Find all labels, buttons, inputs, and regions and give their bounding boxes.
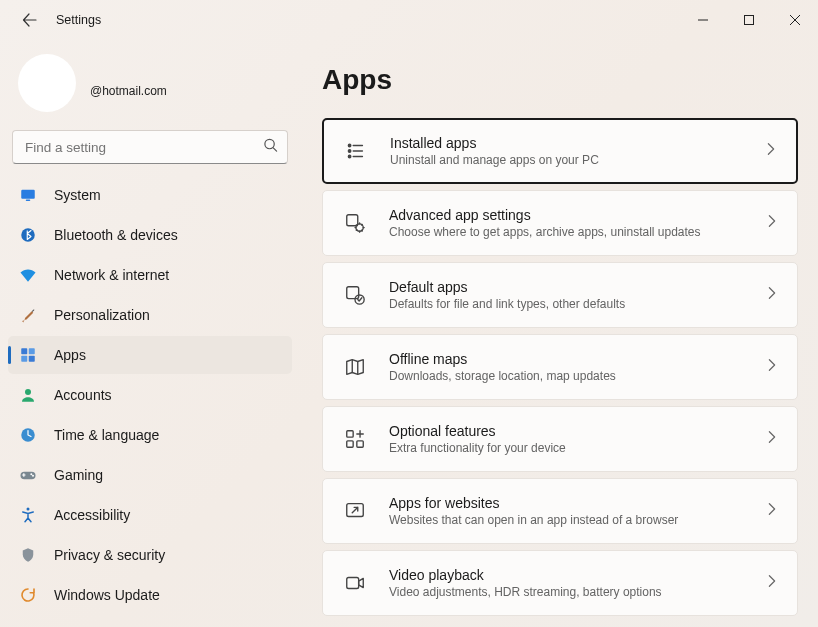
sidebar-item-system[interactable]: System (8, 176, 292, 214)
apps-icon (18, 345, 38, 365)
accessibility-icon (18, 505, 38, 525)
card-installed-apps[interactable]: Installed appsUninstall and manage apps … (322, 118, 798, 184)
card-advanced-app-settings[interactable]: Advanced app settingsChoose where to get… (322, 190, 798, 256)
card-subtitle: Defaults for file and link types, other … (389, 297, 765, 311)
update-icon (18, 585, 38, 605)
svg-point-15 (348, 144, 350, 146)
sidebar-item-label: Network & internet (54, 267, 169, 283)
card-title: Offline maps (389, 351, 765, 367)
wifi-icon (18, 265, 38, 285)
card-title: Apps for websites (389, 495, 765, 511)
card-title: Advanced app settings (389, 207, 765, 223)
svg-point-13 (32, 475, 34, 477)
card-title: Video playback (389, 567, 765, 583)
profile-email: @hotmail.com (90, 84, 167, 98)
chevron-right-icon (765, 502, 779, 520)
chevron-right-icon (765, 430, 779, 448)
svg-point-17 (348, 155, 350, 157)
card-subtitle: Extra functionality for your device (389, 441, 765, 455)
bluetooth-icon (18, 225, 38, 245)
back-button[interactable] (12, 2, 48, 38)
map-icon (343, 355, 367, 379)
card-optional-features[interactable]: Optional featuresExtra functionality for… (322, 406, 798, 472)
sidebar-item-apps[interactable]: Apps (8, 336, 292, 374)
close-icon (790, 15, 800, 25)
card-title: Installed apps (390, 135, 764, 151)
card-subtitle: Websites that can open in an app instead… (389, 513, 765, 527)
window-controls (680, 4, 818, 36)
maximize-icon (744, 15, 754, 25)
card-subtitle: Choose where to get apps, archive apps, … (389, 225, 765, 239)
card-video-playback[interactable]: Video playbackVideo adjustments, HDR str… (322, 550, 798, 616)
sidebar-item-label: System (54, 187, 101, 203)
sidebar-item-accessibility[interactable]: Accessibility (8, 496, 292, 534)
card-default-apps[interactable]: Default appsDefaults for file and link t… (322, 262, 798, 328)
search-input[interactable] (12, 130, 288, 164)
sidebar-item-time-language[interactable]: Time & language (8, 416, 292, 454)
sidebar-item-label: Privacy & security (54, 547, 165, 563)
sidebar-item-label: Apps (54, 347, 86, 363)
card-subtitle: Video adjustments, HDR streaming, batter… (389, 585, 765, 599)
sidebar-item-label: Bluetooth & devices (54, 227, 178, 243)
sidebar-item-network-internet[interactable]: Network & internet (8, 256, 292, 294)
card-offline-maps[interactable]: Offline mapsDownloads, storage location,… (322, 334, 798, 400)
profile-name (90, 68, 167, 84)
card-subtitle: Downloads, storage location, map updates (389, 369, 765, 383)
card-subtitle: Uninstall and manage apps on your PC (390, 153, 764, 167)
sidebar-item-label: Time & language (54, 427, 159, 443)
sidebar-item-windows-update[interactable]: Windows Update (8, 576, 292, 614)
minimize-icon (698, 15, 708, 25)
card-list: Installed appsUninstall and manage apps … (322, 118, 798, 627)
window-title: Settings (56, 13, 101, 27)
app-link-icon (343, 499, 367, 523)
chevron-right-icon (764, 142, 778, 160)
svg-point-1 (265, 139, 274, 148)
chevron-right-icon (765, 286, 779, 304)
chevron-right-icon (765, 574, 779, 592)
svg-rect-20 (347, 287, 359, 299)
clock-globe-icon (18, 425, 38, 445)
chevron-right-icon (765, 214, 779, 232)
sidebar-item-accounts[interactable]: Accounts (8, 376, 292, 414)
svg-rect-3 (26, 200, 31, 202)
sidebar-item-label: Windows Update (54, 587, 160, 603)
sidebar-item-privacy-security[interactable]: Privacy & security (8, 536, 292, 574)
shield-icon (18, 545, 38, 565)
brush-icon (18, 305, 38, 325)
sidebar-item-bluetooth-devices[interactable]: Bluetooth & devices (8, 216, 292, 254)
svg-rect-2 (21, 190, 35, 199)
svg-rect-18 (347, 215, 358, 226)
svg-point-12 (30, 473, 32, 475)
sidebar-item-label: Gaming (54, 467, 103, 483)
person-icon (18, 385, 38, 405)
card-title: Default apps (389, 279, 765, 295)
monitor-icon (18, 185, 38, 205)
svg-rect-0 (745, 16, 754, 25)
svg-rect-22 (347, 431, 353, 437)
profile-block[interactable]: @hotmail.com (8, 44, 292, 130)
card-apps-for-websites[interactable]: Apps for websitesWebsites that can open … (322, 478, 798, 544)
maximize-button[interactable] (726, 4, 772, 36)
sidebar-nav: SystemBluetooth & devicesNetwork & inter… (8, 176, 292, 614)
app-check-icon (343, 283, 367, 307)
gamepad-icon (18, 465, 38, 485)
sidebar-item-label: Accounts (54, 387, 112, 403)
chevron-right-icon (765, 358, 779, 376)
svg-point-14 (27, 508, 30, 511)
svg-rect-7 (21, 356, 27, 362)
sidebar-item-label: Accessibility (54, 507, 130, 523)
list-icon (344, 139, 368, 163)
sidebar-item-label: Personalization (54, 307, 150, 323)
titlebar: Settings (0, 0, 818, 40)
svg-rect-26 (347, 578, 359, 589)
svg-rect-23 (347, 441, 353, 447)
search-wrap (12, 130, 288, 164)
close-button[interactable] (772, 4, 818, 36)
app-plus-icon (343, 427, 367, 451)
sidebar-item-personalization[interactable]: Personalization (8, 296, 292, 334)
main-content: Apps Installed appsUninstall and manage … (300, 40, 818, 627)
sidebar-item-gaming[interactable]: Gaming (8, 456, 292, 494)
minimize-button[interactable] (680, 4, 726, 36)
app-gear-icon (343, 211, 367, 235)
svg-rect-24 (357, 441, 363, 447)
